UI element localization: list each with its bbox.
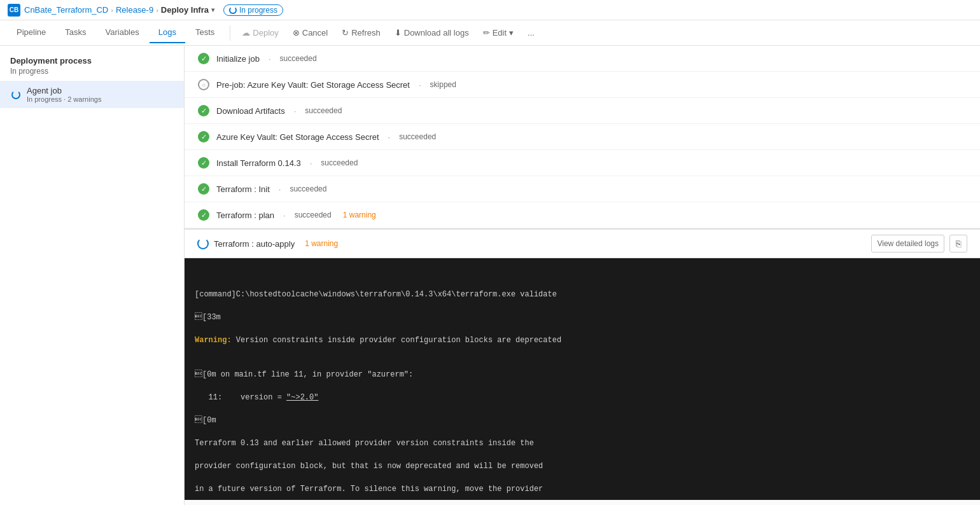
step-name: Download Artifacts — [216, 106, 285, 116]
edit-button[interactable]: ✏ Edit ▾ — [477, 25, 520, 40]
tab-tasks[interactable]: Tasks — [56, 22, 95, 43]
log-header: Terraform : auto-apply 1 warning View de… — [185, 230, 980, 258]
step-status: succeeded — [305, 106, 342, 115]
step-name: Terraform : Init — [216, 184, 270, 194]
more-button[interactable]: ... — [521, 25, 541, 40]
step-skip-icon: ○ — [197, 78, 210, 91]
step-row[interactable]: ✓ Install Terraform 0.14.3 · succeeded — [185, 150, 980, 176]
breadcrumb-release[interactable]: Release-9 — [116, 5, 153, 15]
breadcrumb-pipeline[interactable]: CnBate_Terraform_CD — [24, 5, 108, 15]
step-status: succeeded — [399, 132, 436, 141]
copy-icon: ⎘ — [956, 239, 961, 249]
check-circle-icon: ✓ — [198, 131, 209, 142]
agent-job-spinner-icon — [10, 89, 22, 100]
status-badge: In progress — [223, 4, 283, 16]
log-header-right: View detailed logs ⎘ — [871, 235, 967, 253]
terminal[interactable]: [command]C:\hostedtoolcache\windows\terr… — [185, 258, 980, 500]
step-check-icon: ✓ — [197, 183, 210, 195]
log-warning: 1 warning — [305, 239, 338, 248]
step-check-icon: ✓ — [197, 209, 210, 221]
step-status: skipped — [430, 80, 456, 89]
step-check-icon: ✓ — [197, 156, 210, 169]
content-area: ✓ Initialize job · succeeded ○ Pre-job: … — [185, 46, 980, 505]
download-logs-button[interactable]: ⬇ Download all logs — [388, 25, 475, 40]
check-circle-icon: ✓ — [198, 105, 209, 116]
check-circle-icon: ✓ — [198, 53, 209, 64]
more-icon: ... — [528, 28, 535, 38]
agent-job-sub: In progress · 2 warnings — [27, 95, 174, 103]
step-row[interactable]: ✓ Download Artifacts · succeeded — [185, 98, 980, 124]
step-name: Pre-job: Azure Key Vault: Get Storage Ac… — [216, 80, 410, 90]
edit-icon: ✏ — [483, 28, 490, 38]
step-status: succeeded — [295, 211, 332, 219]
step-dot: · — [310, 158, 312, 168]
breadcrumb: CnBate_Terraform_CD › Release-9 › Deploy… — [24, 5, 214, 15]
log-section: Terraform : auto-apply 1 warning View de… — [185, 228, 980, 500]
view-detailed-logs-button[interactable]: View detailed logs — [871, 235, 944, 253]
breadcrumb-current-label: Deploy Infra — [161, 5, 209, 15]
deploy-button[interactable]: ☁ Deploy — [235, 25, 284, 40]
check-circle-icon: ✓ — [198, 209, 209, 221]
main-layout: Deployment process In progress Agent job… — [0, 46, 980, 505]
sidebar-item-text: Agent job In progress · 2 warnings — [27, 86, 174, 103]
check-circle-icon: ✓ — [198, 157, 209, 169]
sidebar-section-title: Deployment process — [0, 51, 184, 67]
step-status: succeeded — [290, 184, 326, 193]
step-name: Azure Key Vault: Get Storage Access Secr… — [216, 132, 379, 142]
spinner-icon — [11, 90, 20, 99]
status-badge-label: In progress — [239, 6, 277, 15]
cancel-label: Cancel — [302, 28, 328, 38]
cancel-icon: ⊗ — [293, 28, 300, 38]
step-row[interactable]: ○ Pre-job: Azure Key Vault: Get Storage … — [185, 72, 980, 98]
app-logo: CB — [8, 4, 20, 17]
agent-job-label: Agent job — [27, 86, 174, 95]
breadcrumb-sep-2: › — [156, 6, 158, 14]
breadcrumb-chevron-icon[interactable]: ▾ — [211, 6, 214, 13]
copy-log-button[interactable]: ⎘ — [949, 235, 967, 253]
tab-variables[interactable]: Variables — [97, 22, 148, 43]
cloud-icon: ☁ — [242, 28, 250, 38]
step-row[interactable]: ✓ Terraform : plan · succeeded 1 warning — [185, 202, 980, 228]
log-title: Terraform : auto-apply — [214, 239, 295, 249]
step-name: Install Terraform 0.14.3 — [216, 158, 301, 168]
edit-chevron-icon: ▾ — [509, 28, 514, 38]
step-row[interactable]: ✓ Initialize job · succeeded — [185, 46, 980, 72]
step-name: Terraform : plan — [216, 211, 274, 220]
breadcrumb-sep-1: › — [111, 6, 113, 14]
step-list: ✓ Initialize job · succeeded ○ Pre-job: … — [185, 46, 980, 228]
toolbar: Pipeline Tasks Variables Logs Tests ☁ De… — [0, 20, 980, 46]
tab-tests[interactable]: Tests — [186, 22, 223, 43]
step-dot: · — [388, 132, 391, 142]
step-warning: 1 warning — [343, 211, 376, 219]
nav-tabs: Pipeline Tasks Variables Logs Tests — [8, 22, 225, 43]
step-status: succeeded — [321, 158, 358, 167]
logo-text: CB — [10, 6, 18, 13]
top-bar: CB CnBate_Terraform_CD › Release-9 › Dep… — [0, 0, 980, 20]
tab-pipeline[interactable]: Pipeline — [8, 22, 55, 43]
step-row[interactable]: ✓ Azure Key Vault: Get Storage Access Se… — [185, 124, 980, 150]
step-dot: · — [279, 184, 281, 194]
step-check-icon: ✓ — [197, 104, 210, 117]
sidebar-item-agent-job[interactable]: Agent job In progress · 2 warnings — [0, 81, 184, 108]
view-detailed-logs-label: View detailed logs — [877, 239, 939, 248]
step-dot: · — [283, 211, 286, 220]
cancel-button[interactable]: ⊗ Cancel — [286, 25, 334, 40]
sidebar: Deployment process In progress Agent job… — [0, 46, 185, 505]
refresh-label: Refresh — [351, 28, 381, 38]
step-dot: · — [419, 80, 421, 90]
refresh-button[interactable]: ↻ Refresh — [335, 25, 387, 40]
step-check-icon: ✓ — [197, 130, 210, 143]
check-circle-icon: ✓ — [198, 183, 209, 195]
deploy-label: Deploy — [253, 28, 278, 38]
step-check-icon: ✓ — [197, 52, 210, 65]
status-spinner-icon — [229, 6, 237, 14]
step-row[interactable]: ✓ Terraform : Init · succeeded — [185, 176, 980, 202]
log-header-left: Terraform : auto-apply 1 warning — [197, 238, 338, 249]
tab-logs[interactable]: Logs — [150, 22, 185, 43]
toolbar-separator — [230, 25, 230, 41]
download-icon: ⬇ — [395, 28, 402, 38]
tooltip-wrapper: View detailed logs — [871, 235, 944, 253]
step-dot: · — [269, 54, 271, 64]
step-name: Initialize job — [216, 54, 260, 64]
edit-label: Edit — [493, 28, 507, 38]
